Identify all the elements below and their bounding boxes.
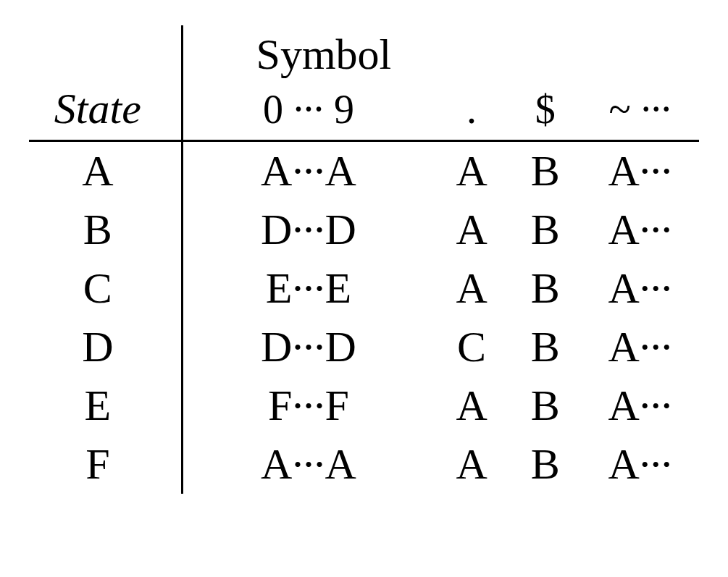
state-label: E	[29, 376, 182, 435]
state-label: A	[29, 141, 182, 201]
table-header-row: State 0 ··· 9 . $ ~ ···	[29, 80, 699, 141]
state-label: D	[29, 318, 182, 376]
cell-value: A···	[581, 318, 699, 376]
table-row: E F···F A B A···	[29, 376, 699, 435]
cell-value: A	[434, 376, 509, 435]
table-row: C E···E A B A···	[29, 259, 699, 318]
cell-value: F···F	[182, 376, 434, 435]
cell-value: B	[509, 201, 581, 259]
cell-value: E···E	[182, 259, 434, 318]
table-row: B D···D A B A···	[29, 201, 699, 259]
state-label: B	[29, 201, 182, 259]
table-super-header-row: Symbol	[29, 25, 699, 80]
col-header-tilde: ~ ···	[581, 80, 699, 141]
state-label: F	[29, 435, 182, 494]
table-row: F A···A A B A···	[29, 435, 699, 494]
cell-value: D···D	[182, 318, 434, 376]
symbol-group-header: Symbol	[182, 25, 434, 80]
cell-value: A···A	[182, 141, 434, 201]
table-row: D D···D C B A···	[29, 318, 699, 376]
cell-value: A···	[581, 141, 699, 201]
cell-value: A	[434, 201, 509, 259]
cell-value: A···	[581, 201, 699, 259]
cell-value: C	[434, 318, 509, 376]
cell-value: A···	[581, 259, 699, 318]
col-header-dollar: $	[509, 80, 581, 141]
empty-header-cell	[434, 25, 509, 80]
cell-value: B	[509, 141, 581, 201]
cell-value: B	[509, 435, 581, 494]
state-header: State	[29, 80, 182, 141]
table-row: A A···A A B A···	[29, 141, 699, 201]
state-label: C	[29, 259, 182, 318]
cell-value: B	[509, 318, 581, 376]
cell-value: A···	[581, 435, 699, 494]
cell-value: B	[509, 259, 581, 318]
cell-value: A···A	[182, 435, 434, 494]
col-header-digits: 0 ··· 9	[182, 80, 434, 141]
cell-value: B	[509, 376, 581, 435]
col-header-dot: .	[434, 80, 509, 141]
state-symbol-table: Symbol State 0 ··· 9 . $ ~ ··· A A···A A…	[29, 25, 699, 494]
cell-value: D···D	[182, 201, 434, 259]
empty-corner-cell	[29, 25, 182, 80]
cell-value: A	[434, 141, 509, 201]
cell-value: A	[434, 435, 509, 494]
cell-value: A···	[581, 376, 699, 435]
empty-header-cell	[509, 25, 581, 80]
empty-header-cell	[581, 25, 699, 80]
cell-value: A	[434, 259, 509, 318]
